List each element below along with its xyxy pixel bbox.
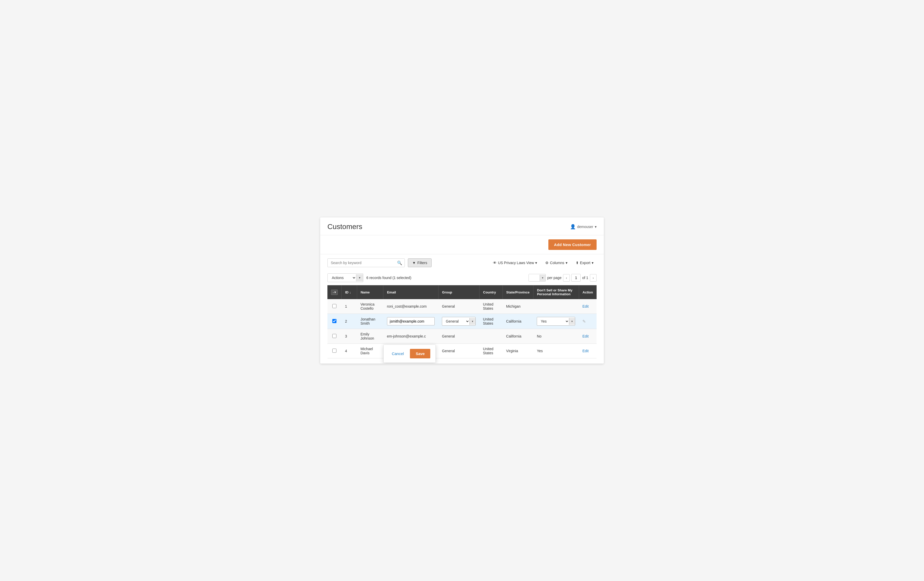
td-email-3: em-johnson@example.c Cancel Save [383,329,439,344]
td-country-2: United States [479,314,502,329]
email-inline-input-2[interactable] [387,317,435,326]
page-header: Customers 👤 demouser ▾ [320,217,604,235]
td-action-2: ✎ [579,314,597,329]
td-privacy-3: No [533,329,579,344]
th-id[interactable]: ID ↓ [342,285,357,299]
privacy-inline-select-2[interactable]: Yes No [537,317,569,326]
header-checkbox-chevron: ▾ [334,291,336,294]
export-button[interactable]: ⬆ Export ▾ [573,259,597,267]
eye-icon: 👁 [493,261,497,265]
search-input[interactable] [327,258,405,267]
table-row: 4 Michael Davis mdavis@example.com Gener… [327,344,597,359]
td-name-1: Veronica Costello [357,299,383,314]
table-row: 1 Veronica Costello roni_cost@example.co… [327,299,597,314]
privacy-laws-button[interactable]: 👁 US Privacy Laws View ▾ [490,259,540,267]
td-checkbox-3 [327,329,342,344]
filters-button[interactable]: ▼ Filters [408,258,432,267]
filter-right-group: 👁 US Privacy Laws View ▾ ⚙ Columns ▾ ⬆ E… [490,259,597,267]
checkbox-minus-icon: - [333,291,334,294]
edit-link-1[interactable]: Edit [582,304,589,308]
columns-label: Columns [550,261,564,265]
save-cancel-popup: Cancel Save [383,344,436,363]
th-name[interactable]: Name [357,285,383,299]
th-state[interactable]: State/Province [502,285,533,299]
row-checkbox-3[interactable] [332,334,337,338]
td-checkbox-2 [327,314,342,329]
search-wrapper: 🔍 [327,258,405,267]
td-action-3: Edit [579,329,597,344]
td-id-4: 4 [342,344,357,359]
user-name: demouser [577,225,593,229]
total-pages: of 1 [582,276,588,280]
td-action-4: Edit [579,344,597,359]
filter-funnel-icon: ▼ [412,261,416,265]
columns-button[interactable]: ⚙ Columns ▾ [542,259,570,267]
th-privacy[interactable]: Don't Sell or Share My Personal Informat… [533,285,579,299]
prev-page-button[interactable]: ‹ [563,274,570,281]
cancel-inline-button[interactable]: Cancel [389,349,407,358]
privacy-label: US Privacy Laws View [498,261,534,265]
add-customer-button[interactable]: Add New Customer [548,239,597,250]
td-action-1: Edit [579,299,597,314]
edit-pencil-2[interactable]: ✎ [582,319,586,324]
page-size-dropdown-button[interactable]: ▾ [540,275,546,281]
th-checkbox: - ▾ [327,285,342,299]
group-inline-select-2[interactable]: General Wholesale Retailer [442,317,469,326]
header-checkbox-button[interactable]: - ▾ [331,290,338,295]
td-email-1: roni_cost@example.com [383,299,439,314]
customers-table: - ▾ ID ↓ Name Email Group Country State/… [327,285,597,359]
columns-chevron-icon: ▾ [566,261,568,265]
per-page-label: per page [547,276,561,280]
records-count: 6 records found (1 selected) [366,276,411,280]
row-checkbox-4[interactable] [332,349,337,353]
user-dropdown-icon: ▾ [595,225,597,229]
actions-dropdown-button[interactable]: ▾ [356,274,363,281]
td-email-2 [383,314,439,329]
td-name-4: Michael Davis [357,344,383,359]
next-page-button[interactable]: › [590,274,597,281]
table-row: 3 Emily Johnson em-johnson@example.c Can… [327,329,597,344]
page-title: Customers [327,222,362,231]
row-checkbox-2[interactable] [332,319,337,323]
gear-icon: ⚙ [545,261,549,265]
user-menu[interactable]: 👤 demouser ▾ [570,224,597,230]
td-name-3: Emily Johnson [357,329,383,344]
td-checkbox-4 [327,344,342,359]
table-row: 2 Jonathan Smith General Wholesale Retai… [327,314,597,329]
table-outer: - ▾ ID ↓ Name Email Group Country State/… [327,285,597,359]
td-state-2: California [502,314,533,329]
page-size-wrapper: 20 ▾ [528,274,546,281]
td-state-4: Virginia [502,344,533,359]
td-privacy-4: Yes [533,344,579,359]
user-icon: 👤 [570,224,576,230]
td-id-1: 1 [342,299,357,314]
td-privacy-2: Yes No ▾ [533,314,579,329]
td-checkbox-1 [327,299,342,314]
edit-link-3[interactable]: Edit [582,334,589,338]
filter-row: 🔍 ▼ Filters 👁 US Privacy Laws View ▾ ⚙ C… [320,254,604,271]
filters-label: Filters [417,261,427,265]
save-inline-button[interactable]: Save [410,349,430,359]
group-select-arrow-2: ▾ [469,318,475,325]
page-size-input[interactable]: 20 [529,274,540,281]
privacy-chevron-icon: ▾ [535,261,537,265]
export-label: Export [580,261,591,265]
id-sort-icon: ↓ [349,290,351,294]
actions-select[interactable]: Actions [328,273,356,282]
td-group-4: General [438,344,479,359]
row-checkbox-1[interactable] [332,304,337,308]
edit-link-4[interactable]: Edit [582,349,589,353]
privacy-select-arrow-2: ▾ [569,318,575,325]
td-state-1: Michigan [502,299,533,314]
th-country[interactable]: Country [479,285,502,299]
table-wrapper: - ▾ ID ↓ Name Email Group Country State/… [320,285,604,364]
table-header-row: - ▾ ID ↓ Name Email Group Country State/… [327,285,597,299]
td-privacy-1 [533,299,579,314]
th-group[interactable]: Group [438,285,479,299]
td-name-2: Jonathan Smith [357,314,383,329]
page-number-input[interactable] [571,274,581,281]
group-select-wrapper-2: General Wholesale Retailer ▾ [442,317,476,326]
pagination-right: 20 ▾ per page ‹ of 1 › [528,274,597,281]
td-group-3: General [438,329,479,344]
th-email[interactable]: Email [383,285,439,299]
